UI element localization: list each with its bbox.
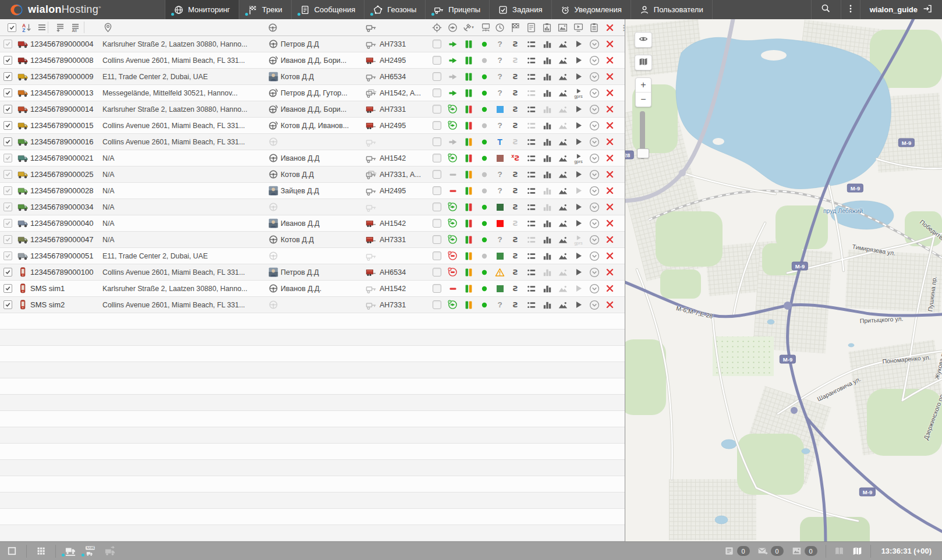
unit-menu-button[interactable] <box>586 264 602 280</box>
driver-icon[interactable] <box>265 199 281 215</box>
video-button[interactable] <box>571 281 586 296</box>
grid-view-toggle[interactable] <box>36 546 46 556</box>
trailer-icon[interactable] <box>362 69 380 84</box>
wialon-logo[interactable]: wialonHosting» <box>0 0 165 19</box>
unit-menu-button[interactable] <box>586 52 602 68</box>
map-visibility-button[interactable] <box>635 32 652 48</box>
reports-button[interactable] <box>539 52 555 68</box>
driver-icon[interactable] <box>265 232 281 247</box>
tab-trailers[interactable]: Прицепы <box>425 0 489 19</box>
unit-menu-button[interactable] <box>586 248 602 264</box>
clear-list-button[interactable] <box>602 19 618 36</box>
video-button[interactable] <box>571 134 586 150</box>
unit-menu-button[interactable] <box>586 183 602 199</box>
unit-menu-button[interactable] <box>586 69 602 84</box>
driver-icon[interactable] <box>265 36 281 52</box>
unit-name[interactable]: 123456789000028 <box>30 183 102 199</box>
follow-unit-checkbox[interactable] <box>429 166 445 182</box>
zoom-slider-handle[interactable] <box>637 148 649 158</box>
photos-button[interactable] <box>555 297 571 313</box>
reports-button[interactable] <box>539 232 555 247</box>
unit-menu-button[interactable] <box>586 215 602 231</box>
remove-unit-button[interactable] <box>602 248 618 264</box>
video-button[interactable] <box>571 166 586 182</box>
show-all-units-button[interactable]: All <box>68 19 83 36</box>
photos-button[interactable] <box>555 36 571 52</box>
follow-unit-checkbox[interactable] <box>429 281 445 296</box>
unit-name[interactable]: 123456789000051 <box>30 248 102 264</box>
video-button[interactable] <box>571 101 586 117</box>
follow-unit-checkbox[interactable] <box>429 183 445 199</box>
photos-button[interactable] <box>555 199 571 215</box>
driver-icon[interactable] <box>265 69 281 84</box>
unit-visibility-checkbox[interactable] <box>0 281 15 296</box>
video-button[interactable] <box>571 183 586 199</box>
messages-button[interactable] <box>523 232 539 247</box>
follow-unit-checkbox[interactable] <box>429 85 445 101</box>
messages-button[interactable] <box>523 101 539 117</box>
tab-jobs[interactable]: Задания <box>489 0 551 19</box>
remove-unit-button[interactable] <box>602 215 618 231</box>
driver-icon[interactable] <box>265 150 281 166</box>
video-button[interactable] <box>571 36 586 52</box>
map-source-button[interactable] <box>635 55 652 70</box>
messages-button[interactable] <box>523 297 539 313</box>
unit-name[interactable]: 123456789000100 <box>30 264 102 280</box>
video-button[interactable] <box>571 297 586 313</box>
trailer-icon[interactable] <box>362 101 380 117</box>
follow-unit-checkbox[interactable] <box>429 134 445 150</box>
reports-button[interactable] <box>539 199 555 215</box>
zoom-in-button[interactable]: + <box>636 78 651 93</box>
tab-geofences[interactable]: Геозоны <box>364 0 425 19</box>
driver-icon[interactable] <box>265 166 281 182</box>
remove-unit-button[interactable] <box>602 232 618 247</box>
unit-visibility-checkbox[interactable] <box>0 85 15 101</box>
follow-unit-checkbox[interactable] <box>429 118 445 133</box>
unit-visibility-checkbox[interactable] <box>0 215 15 231</box>
select-all-checkbox[interactable] <box>4 19 20 36</box>
trailer-icon[interactable] <box>362 199 380 215</box>
photos-button[interactable] <box>555 264 571 280</box>
messages-button[interactable] <box>523 281 539 296</box>
messages-button[interactable] <box>523 248 539 264</box>
driver-icon[interactable] <box>265 85 281 101</box>
unit-visibility-checkbox[interactable] <box>0 248 15 264</box>
remove-unit-button[interactable] <box>602 101 618 117</box>
photos-button[interactable] <box>555 85 571 101</box>
driver-icon[interactable] <box>265 118 281 133</box>
messages-button[interactable] <box>523 118 539 133</box>
unit-visibility-checkbox[interactable] <box>0 166 15 182</box>
unit-name[interactable]: 123456789000013 <box>30 85 102 101</box>
show-unit-traces-toggle[interactable] <box>105 546 115 557</box>
unit-name[interactable]: 123456789000016 <box>30 134 102 150</box>
trailer-icon[interactable] <box>362 215 380 231</box>
remove-unit-button[interactable] <box>602 85 618 101</box>
reports-button[interactable] <box>539 183 555 199</box>
driver-icon[interactable] <box>265 52 281 68</box>
more-menu-button[interactable] <box>841 0 860 19</box>
trailer-icon[interactable] <box>362 85 380 101</box>
remove-unit-button[interactable] <box>602 166 618 182</box>
messages-button[interactable] <box>523 134 539 150</box>
driver-icon[interactable] <box>265 134 281 150</box>
remove-unit-button[interactable] <box>602 36 618 52</box>
unit-visibility-checkbox[interactable] <box>0 297 15 313</box>
trailer-icon[interactable] <box>362 264 380 280</box>
unit-menu-button[interactable] <box>586 199 602 215</box>
unit-visibility-checkbox[interactable] <box>0 69 15 84</box>
remove-unit-button[interactable] <box>602 150 618 166</box>
remove-unit-button[interactable] <box>602 199 618 215</box>
unit-menu-button[interactable] <box>586 232 602 247</box>
unit-name[interactable]: 123456789000040 <box>30 215 102 231</box>
photos-button[interactable] <box>555 134 571 150</box>
photos-button[interactable] <box>555 232 571 247</box>
follow-unit-checkbox[interactable] <box>429 232 445 247</box>
unit-name[interactable]: SMS sim2 <box>30 297 102 313</box>
follow-unit-checkbox[interactable] <box>429 101 445 117</box>
photos-button[interactable] <box>555 101 571 117</box>
unit-visibility-checkbox[interactable] <box>0 118 15 133</box>
unit-menu-button[interactable] <box>586 101 602 117</box>
sort-az-button[interactable]: AZ <box>19 19 35 36</box>
follow-unit-checkbox[interactable] <box>429 199 445 215</box>
reports-button[interactable] <box>539 248 555 264</box>
